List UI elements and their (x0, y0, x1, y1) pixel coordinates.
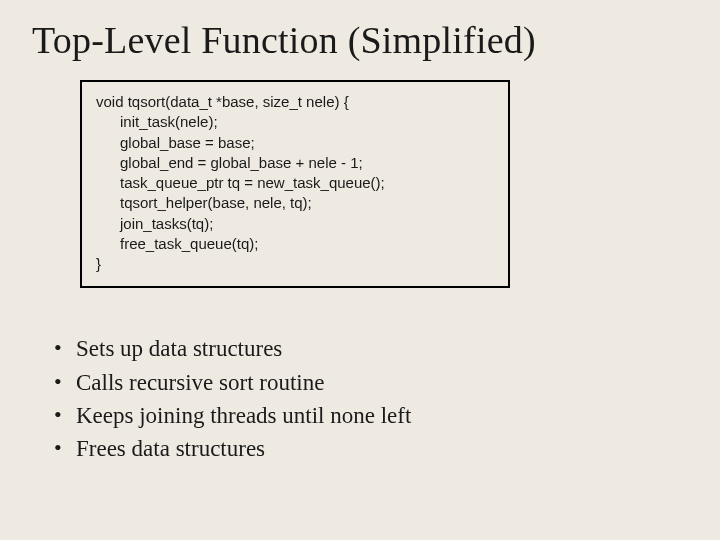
code-line: global_end = global_base + nele - 1; (120, 153, 494, 173)
list-item: Sets up data structures (54, 332, 688, 365)
code-signature: void tqsort(data_t *base, size_t nele) { (96, 92, 494, 112)
list-item: Frees data structures (54, 432, 688, 465)
slide-title: Top-Level Function (Simplified) (32, 18, 688, 62)
code-line: init_task(nele); (120, 112, 494, 132)
code-line: join_tasks(tq); (120, 214, 494, 234)
slide: Top-Level Function (Simplified) void tqs… (0, 0, 720, 540)
list-item: Keeps joining threads until none left (54, 399, 688, 432)
code-line: global_base = base; (120, 133, 494, 153)
code-close: } (96, 254, 494, 274)
code-block: void tqsort(data_t *base, size_t nele) {… (80, 80, 510, 288)
code-line: free_task_queue(tq); (120, 234, 494, 254)
bullet-list: Sets up data structures Calls recursive … (54, 332, 688, 465)
code-line: tqsort_helper(base, nele, tq); (120, 193, 494, 213)
code-line: task_queue_ptr tq = new_task_queue(); (120, 173, 494, 193)
list-item: Calls recursive sort routine (54, 366, 688, 399)
